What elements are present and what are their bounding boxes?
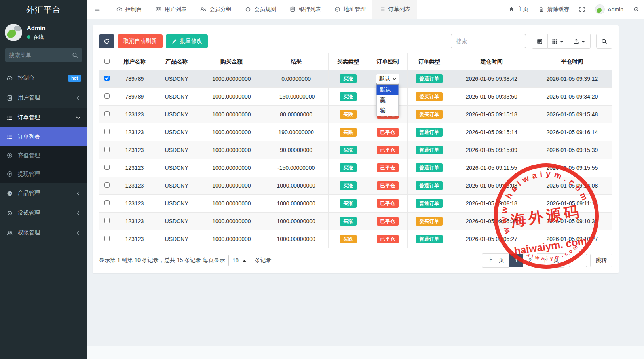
- clear-cache-button[interactable]: 清除缓存: [538, 6, 569, 13]
- row-checkbox[interactable]: [104, 93, 110, 99]
- select-all-checkbox[interactable]: [104, 59, 110, 64]
- sidebar-item-order-list[interactable]: 订单列表: [0, 127, 87, 146]
- sidebar-item-permission-mgmt[interactable]: 权限管理: [0, 223, 87, 243]
- cell-type: 委买订单: [407, 88, 451, 106]
- cell-close-time: 2026-01-05 09:39:12: [532, 70, 612, 88]
- orders-table-wrap: 用户名称产品名称购买金额结果买卖类型订单控制订单类型建仓时间平仓时间 78978…: [99, 53, 612, 248]
- side-badge: 买涨: [340, 74, 357, 83]
- sidebar-item-console[interactable]: 控制台hot: [0, 68, 87, 88]
- row-checkbox[interactable]: [104, 218, 110, 223]
- sidebar-menu: 控制台hot用户管理订单管理订单列表充值管理提现管理P产品管理常规管理权限管理: [0, 68, 87, 243]
- page-button-2[interactable]: 2: [523, 254, 537, 267]
- popup-option[interactable]: 输: [377, 105, 399, 116]
- tab-member-rule[interactable]: 会员规则: [238, 0, 283, 19]
- cell-close-time: 2026-01-05 09:14:08: [532, 177, 612, 195]
- tab-member-group[interactable]: 会员分组: [194, 0, 238, 19]
- page-button-1[interactable]: 1: [509, 254, 523, 267]
- control-badge: 已平仓: [377, 163, 399, 172]
- side-badge: 买涨: [340, 163, 357, 172]
- tab-label: 会员规则: [254, 6, 276, 13]
- table-search-input[interactable]: [451, 34, 526, 48]
- column-header-control: 订单控制: [368, 53, 408, 70]
- sidebar-item-product-mgmt[interactable]: P产品管理: [0, 183, 87, 203]
- row-checkbox[interactable]: [104, 165, 110, 170]
- row-checkbox[interactable]: [104, 147, 110, 152]
- prev-page-button[interactable]: 上一页: [482, 253, 509, 268]
- type-badge: 委买订单: [416, 92, 443, 101]
- cell-side: 买涨: [329, 70, 368, 88]
- row-checkbox[interactable]: [104, 76, 110, 81]
- popup-option[interactable]: 赢: [377, 95, 399, 105]
- cell-result: 1000.00000000: [264, 195, 328, 213]
- caret-up-icon: [241, 258, 247, 264]
- columns-button[interactable]: [548, 34, 569, 49]
- sidebar-item-user-mgmt[interactable]: 用户管理: [0, 88, 87, 108]
- chevron-left-icon: [75, 190, 81, 196]
- cell-user: 123123: [115, 230, 154, 248]
- cell-user: 123123: [115, 177, 154, 195]
- cell-check: [99, 177, 115, 195]
- cell-amount: 1000.00000000: [199, 88, 264, 106]
- control-badge: 已平仓: [377, 128, 399, 137]
- cell-open-time: 2026-01-05 09:09:08: [451, 177, 532, 195]
- export-button[interactable]: [569, 34, 591, 49]
- search-button[interactable]: [596, 34, 612, 49]
- sidebar-item-recharge-mgmt[interactable]: 充值管理: [0, 146, 87, 165]
- tachometer-icon: [116, 6, 122, 12]
- list-icon: [6, 115, 13, 121]
- tab-address-mgmt[interactable]: cc地址管理: [328, 0, 372, 19]
- side-badge: 买涨: [340, 146, 357, 154]
- cell-product: USDCNY: [154, 177, 199, 195]
- row-checkbox[interactable]: [104, 129, 110, 134]
- toggle-view-button[interactable]: [532, 34, 548, 49]
- settings-button[interactable]: [633, 6, 639, 12]
- popup-option[interactable]: 默认: [377, 85, 399, 95]
- gears-icon: [6, 210, 13, 216]
- cell-type: 普通订单: [407, 230, 451, 248]
- batch-edit-button[interactable]: 批量修改: [166, 34, 208, 48]
- row-checkbox[interactable]: [104, 182, 110, 188]
- cell-type: 普通订单: [407, 70, 451, 88]
- sidebar-item-general-mgmt[interactable]: 常规管理: [0, 203, 87, 223]
- column-header-close_time: 平仓时间: [532, 53, 612, 70]
- cell-open-time: 2026-01-05 09:38:42: [451, 70, 532, 88]
- jump-page-input[interactable]: [569, 254, 587, 267]
- refresh-button[interactable]: [99, 34, 114, 48]
- expand-icon: [579, 6, 585, 12]
- cell-control: 已平仓: [368, 230, 408, 248]
- sidebar-item-order-mgmt[interactable]: 订单管理: [0, 108, 87, 127]
- cell-check: [99, 195, 115, 213]
- sidebar-item-withdraw-mgmt[interactable]: 提现管理: [0, 165, 87, 183]
- order-admin-page: { "app": { "title": "外汇平台" }, "sidebar":…: [0, 0, 644, 359]
- row-checkbox[interactable]: [104, 111, 110, 116]
- tab-bank-list[interactable]: 银行列表: [283, 0, 328, 19]
- layout: 外汇平台 Admin 在线 控制台hot用户管理订单管理订单列表充值管理提现管理…: [0, 0, 644, 359]
- cell-control: 已平仓: [368, 195, 408, 213]
- tab-console[interactable]: 控制台: [110, 0, 149, 19]
- home-link[interactable]: 主页: [509, 6, 528, 13]
- row-checkbox[interactable]: [104, 200, 110, 205]
- control-badge: 已平仓: [377, 181, 399, 190]
- row-checkbox[interactable]: [104, 236, 110, 241]
- list-icon: [6, 134, 13, 140]
- type-badge: 普通订单: [416, 128, 443, 137]
- fullscreen-button[interactable]: [579, 6, 585, 12]
- type-badge: 普通订单: [416, 199, 443, 208]
- page-size-select[interactable]: 10: [228, 255, 251, 266]
- tab-user-list[interactable]: 用户列表: [149, 0, 194, 19]
- order-control-select[interactable]: 默认: [376, 74, 399, 84]
- cell-user: 123123: [115, 159, 154, 177]
- cell-amount: 1000.00000000: [199, 70, 264, 88]
- tab-label: 地址管理: [344, 6, 366, 13]
- next-page-button[interactable]: 下一页: [537, 253, 564, 268]
- topnav-user-menu[interactable]: Admin: [595, 4, 623, 14]
- cell-product: USDCNY: [154, 123, 199, 141]
- sidebar-search-input[interactable]: [9, 52, 72, 58]
- users-icon: [6, 230, 13, 236]
- table-row: 789789USDCNY1000.00000000-150.00000000买涨…: [99, 88, 612, 106]
- column-header-side: 买卖类型: [329, 53, 368, 70]
- cancel-auto-refresh-button[interactable]: 取消自动刷新: [118, 34, 163, 48]
- tab-order-list[interactable]: 订单列表: [372, 0, 417, 19]
- jump-button[interactable]: 跳转: [590, 254, 612, 267]
- cell-result: 80.00000000: [264, 106, 328, 123]
